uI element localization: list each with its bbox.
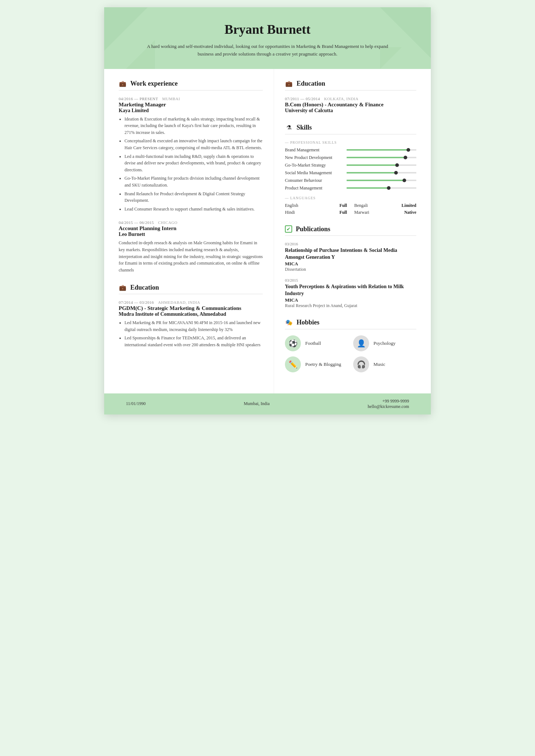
publications-header: ✔ Publications: [285, 225, 416, 236]
hobby-label-psychology: Psychology: [373, 340, 396, 346]
hobbies-header: 🎭 Hobbies: [285, 319, 416, 330]
list-item: Go-To-Market Planning for products divis…: [124, 175, 263, 188]
job-title-1: Marketing Manager: [119, 102, 263, 108]
hobby-label-poetry: Poetry & Blogging: [305, 361, 341, 367]
lang-level-2: Limited: [401, 203, 416, 208]
lang-row-2: Bengali Limited: [354, 203, 416, 208]
edu-title-right: B.Com (Honors) - Accountancy & Finance: [285, 102, 416, 108]
skill-label-1: Brand Management: [285, 147, 343, 153]
skill-row-6: Product Management: [285, 185, 416, 191]
skill-bar-2: [347, 157, 416, 158]
lang-row-1: English Full: [285, 203, 347, 208]
footer-contact: +99 9999-9999 hello@kickresume.com: [368, 399, 409, 409]
job-desc-1: Ideation & Execution of marketing & sale…: [119, 116, 263, 213]
lang-level-4: Native: [404, 210, 416, 215]
footer-location: Mumbai, India: [244, 401, 269, 406]
pub-date-2: 03/2015: [285, 278, 416, 282]
lang-level-1: Full: [339, 203, 347, 208]
skill-label-5: Consumer Behaviour: [285, 178, 343, 183]
lang-name-2: Bengali: [354, 203, 368, 208]
education-header-right: 💼 Education: [285, 80, 416, 91]
skill-bar-1: [347, 149, 416, 151]
work-experience-title: Work experience: [130, 80, 177, 87]
skills-header: ⚗ Skills: [285, 124, 416, 135]
list-item: Led Marketing & PR for MICAVAANI 90.4FM …: [124, 319, 263, 333]
skill-bar-4: [347, 172, 416, 173]
hobbies-icon: 🎭: [285, 319, 293, 327]
education-title-left: Education: [130, 284, 159, 291]
skill-label-3: Go-To-Market Strategy: [285, 163, 343, 168]
skill-label-6: Product Management: [285, 185, 343, 191]
work-experience-header: 💼 Work experience: [119, 80, 263, 91]
lang-name-3: Hindi: [285, 210, 295, 215]
list-item: Lead Consumer Research to support channe…: [124, 206, 263, 213]
education-title-right: Education: [297, 80, 325, 87]
skill-bar-6: [347, 187, 416, 189]
right-column: 💼 Education 07/2011 — 05/2014 KOLKATA, I…: [274, 69, 431, 393]
hobby-label-music: Music: [373, 361, 385, 367]
work-experience-section: 💼 Work experience 04/2016 — PRESENT MUMB…: [119, 80, 263, 274]
hobbies-title: Hobbies: [297, 319, 319, 326]
edu-desc-1: Led Marketing & PR for MICAVAANI 90.4FM …: [119, 319, 263, 348]
hobby-item-poetry: ✏️ Poetry & Blogging: [285, 356, 348, 372]
hobby-item-music: 🎧 Music: [353, 356, 416, 372]
languages-label: — LANGUAGES: [285, 196, 416, 200]
list-item: Led a multi-functional team including R&…: [124, 153, 263, 173]
edu-company-right: University of Calcutta: [285, 108, 416, 114]
edu-title-1: PGDM(C) - Strategic Marketing & Communic…: [119, 305, 263, 311]
pub-entry-1: 03/2016 Relationship of Purchase Intenti…: [285, 242, 416, 272]
poetry-icon: ✏️: [285, 356, 301, 372]
football-icon: ⚽: [285, 335, 301, 351]
education-section-right: 💼 Education 07/2011 — 05/2014 KOLKATA, I…: [285, 80, 416, 114]
skill-row-4: Social Media Management: [285, 170, 416, 176]
job-desc-2: Conducted in-depth reseach & analysis on…: [119, 240, 263, 273]
hobby-item-psychology: 👤 Psychology: [353, 335, 416, 351]
job-entry-intern: 04/2015 — 06/2015 CHICAGO Account Planni…: [119, 220, 263, 273]
resume-body: 💼 Work experience 04/2016 — PRESENT MUMB…: [104, 69, 431, 393]
left-column: 💼 Work experience 04/2016 — PRESENT MUMB…: [104, 69, 274, 393]
job-meta-2: 04/2015 — 06/2015 CHICAGO: [119, 220, 263, 225]
list-item: Ideation & Execution of marketing & sale…: [124, 116, 263, 136]
lang-row-4: Marwari Native: [354, 210, 416, 215]
skill-bar-3: [347, 164, 416, 166]
languages-grid: English Full Bengali Limited Hindi Full …: [285, 203, 416, 215]
pub-desc-2: Rural Research Project in Anand, Gujarat: [285, 303, 416, 308]
skill-label-4: Social Media Management: [285, 170, 343, 176]
lang-name-4: Marwari: [354, 210, 369, 215]
professional-skills-label: — PROFESSIONAL SKILLS: [285, 140, 416, 144]
lang-name-1: English: [285, 203, 298, 208]
edu-meta-1: 07/2014 — 03/2016 AHMEDABAD, INDIA: [119, 300, 263, 305]
publications-section: ✔ Publications 03/2016 Relationship of P…: [285, 225, 416, 308]
skill-row-1: Brand Management: [285, 147, 416, 153]
list-item: Led Sponsorships & Finance for TEDxMICA,…: [124, 335, 263, 348]
header-section: Bryant Burnett A hard working and self-m…: [104, 7, 431, 69]
job-company-2: Leo Burnett: [119, 232, 263, 237]
hobby-label-football: Football: [305, 340, 321, 346]
job-entry-marketing-manager: 04/2016 — PRESENT MUMBAI Marketing Manag…: [119, 97, 263, 213]
hobby-item-football: ⚽ Football: [285, 335, 348, 351]
skills-title: Skills: [297, 124, 312, 131]
pub-title-1: Relationship of Purchase Intentions & So…: [285, 247, 416, 261]
skills-icon: ⚗: [285, 124, 293, 132]
candidate-summary: A hard working and self-motivated indivi…: [144, 43, 391, 58]
job-meta-1: 04/2016 — PRESENT MUMBAI: [119, 97, 263, 101]
education-section-left: 💼 Education 07/2014 — 03/2016 AHMEDABAD,…: [119, 283, 263, 348]
list-item: Brand Relaunch for Product development &…: [124, 191, 263, 204]
footer-email: hello@kickresume.com: [368, 404, 409, 409]
education-icon-left: 💼: [119, 283, 127, 291]
job-company-1: Kaya Limited: [119, 108, 263, 114]
education-icon-right: 💼: [285, 80, 293, 88]
lang-level-3: Full: [339, 210, 347, 215]
hobbies-grid: ⚽ Football 👤 Psychology ✏️ Poetry & Blog…: [285, 335, 416, 372]
pub-org-2: MICA: [285, 297, 416, 303]
skill-row-3: Go-To-Market Strategy: [285, 163, 416, 168]
pub-org-1: MICA: [285, 261, 416, 267]
publications-title: Publications: [296, 225, 330, 233]
skill-label-2: New Product Development: [285, 155, 343, 160]
job-title-2: Account Planning Intern: [119, 225, 263, 232]
education-header-left: 💼 Education: [119, 283, 263, 294]
skills-section: ⚗ Skills — PROFESSIONAL SKILLS Brand Man…: [285, 124, 416, 215]
footer-phone: +99 9999-9999: [368, 399, 409, 404]
psychology-icon: 👤: [353, 335, 369, 351]
candidate-name: Bryant Burnett: [126, 22, 409, 37]
